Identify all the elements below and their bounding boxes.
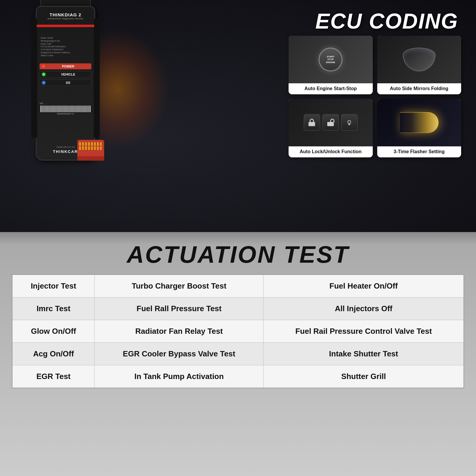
- obd-pin: [85, 146, 87, 150]
- device-left-grip: [31, 19, 37, 138]
- obd-pin: [100, 142, 102, 146]
- device-sn-label: SN:: [40, 102, 91, 105]
- obd-pin: [97, 142, 99, 146]
- feature-card-start-stop: START STOP ENGINE Auto Engine Start-Stop: [289, 36, 373, 94]
- led-power-label: POWER: [47, 65, 89, 68]
- obd-pin: [91, 146, 93, 150]
- device-barcode: [40, 106, 91, 112]
- unlock-button-visual: [322, 114, 339, 131]
- spec-fcc: FCC ID:2AUARTHINKDIAG2: [41, 45, 90, 48]
- led-io-row: I/O: [40, 79, 91, 86]
- device-right-grip: [94, 19, 100, 138]
- obd-connector: [77, 140, 104, 161]
- actuation-table: Injector TestTurbo Charger Boost TestFue…: [12, 274, 464, 388]
- feature-img-mirror: [377, 36, 461, 83]
- obd-pin: [82, 142, 84, 146]
- obd-pin: [97, 146, 99, 150]
- lock-body: [309, 122, 315, 126]
- device-red-strip: [37, 25, 94, 27]
- feature-label-mirrors: Auto Side Mirrors Folding: [377, 83, 461, 94]
- cell-col2-1: Fuel Rall Pressure Test: [95, 298, 264, 320]
- led-vehicle-dot: [42, 73, 45, 76]
- feature-grid: START STOP ENGINE Auto Engine Start-Stop…: [289, 36, 461, 157]
- cell-col3-0: Fuel Heater On/Off: [264, 275, 464, 298]
- thinkdiag-device: THINKDIAG 2 Automotive Diagnostic Device…: [36, 6, 95, 184]
- obd-pin: [94, 142, 96, 146]
- device-sn: SN: 888888888888 V8: [40, 102, 91, 115]
- device-led-section: POWER VEHICLE I/O: [40, 63, 91, 88]
- table-row: Imrc TestFuel Rall Pressure TestAll Inje…: [12, 298, 464, 320]
- device-brand-sub: Automotive Diagnostic Device: [37, 17, 94, 20]
- feature-img-lock: [289, 99, 373, 146]
- svg-point-0: [348, 120, 351, 123]
- cell-col2-2: Radiator Fan Relay Test: [95, 320, 264, 343]
- table-row: Glow On/OffRadiator Fan Relay TestFuel R…: [12, 320, 464, 343]
- spec-voltage: WorkingVoltage:9-18V: [41, 40, 90, 43]
- table-row: EGR TestIn Tank Pump ActivationShutter G…: [12, 365, 464, 388]
- feature-card-lock: Auto Lock/Unlock Function: [289, 99, 373, 157]
- led-vehicle-row: VEHICLE: [40, 71, 91, 78]
- feature-card-flasher: 3-Time Flasher Setting: [377, 99, 461, 157]
- cell-col3-2: Fuel Rail Pressure Control Valve Test: [264, 320, 464, 343]
- cell-col2-4: In Tank Pump Activation: [95, 365, 264, 388]
- mirror-visual: [403, 48, 436, 71]
- actuation-title: ACTUATION TEST: [0, 241, 476, 268]
- ecu-coding-title: ECU CODING: [315, 9, 458, 33]
- obd-pin: [82, 146, 84, 150]
- feature-label-flasher: 3-Time Flasher Setting: [377, 146, 461, 157]
- feature-label-lock: Auto Lock/Unlock Function: [289, 146, 373, 157]
- feature-img-flasher: [377, 99, 461, 146]
- spec-designed: Designed by Thinkcarin California: [41, 51, 90, 54]
- unlock-body: [327, 122, 334, 126]
- obd-pin: [88, 142, 90, 146]
- light-icon: [346, 119, 353, 126]
- obd-pins: [77, 140, 104, 151]
- bottom-section: ACTUATION TEST Injector TestTurbo Charge…: [0, 232, 476, 476]
- lock-button-visual: [304, 114, 320, 131]
- cell-col1-1: Imrc Test: [12, 298, 95, 320]
- cell-col3-3: Intake Shutter Test: [264, 343, 464, 365]
- feature-label-start-stop: Auto Engine Start-Stop: [289, 83, 373, 94]
- obd-pin: [79, 142, 81, 146]
- start-stop-button-visual: START STOP ENGINE: [319, 48, 342, 71]
- cell-col2-3: EGR Cooler Bypass Valve Test: [95, 343, 264, 365]
- obd-pin: [100, 146, 102, 150]
- obd-pin: [91, 142, 93, 146]
- obd-pin: [88, 146, 90, 150]
- led-io-label: I/O: [48, 81, 89, 84]
- obd-body: [77, 140, 104, 156]
- headlight-visual: [400, 112, 439, 133]
- led-vehicle-label: VEHICLE: [48, 73, 89, 76]
- table-row: Acg On/OffEGR Cooler Bypass Valve TestIn…: [12, 343, 464, 365]
- device-sn-number: 888888888888 V8: [40, 113, 91, 115]
- obd-pin: [79, 146, 81, 150]
- feature-img-start-stop: START STOP ENGINE: [289, 36, 373, 83]
- cell-col1-3: Acg On/Off: [12, 343, 95, 365]
- cell-col1-2: Glow On/Off: [12, 320, 95, 343]
- table-row: Injector TestTurbo Charger Boost TestFue…: [12, 275, 464, 298]
- cell-col3-1: All Injectors Off: [264, 298, 464, 320]
- device-specs: Model: TKD04 WorkingVoltage:9-18V Power:…: [41, 37, 90, 57]
- feature-card-mirrors: Auto Side Mirrors Folding: [377, 36, 461, 94]
- cell-col3-4: Shutter Grill: [264, 365, 464, 388]
- device-container: THINKDIAG 2 Automotive Diagnostic Device…: [18, 6, 143, 226]
- spec-power: Power: 52W: [41, 43, 90, 46]
- obd-pin: [85, 142, 87, 146]
- obd-base: [77, 156, 104, 161]
- top-section: ECU CODING THINKDIAG 2 Automotive Diagno…: [0, 0, 476, 232]
- cell-col1-4: EGR Test: [12, 365, 95, 388]
- unlock-icon: [327, 119, 334, 126]
- light-button-visual: [341, 114, 358, 131]
- led-io-dot: [42, 81, 45, 84]
- spec-model: Model: TKD04: [41, 37, 90, 40]
- actuation-header: ACTUATION TEST: [0, 232, 476, 274]
- led-power-row: POWER: [40, 63, 91, 69]
- led-power-dot: [42, 65, 45, 68]
- device-body: THINKDIAG 2 Automotive Diagnostic Device…: [36, 6, 95, 161]
- device-brand-name: THINKDIAG 2: [37, 12, 94, 17]
- spec-made: Made in China: [41, 54, 90, 57]
- lock-icon: [309, 119, 315, 126]
- cell-col2-0: Turbo Charger Boost Test: [95, 275, 264, 298]
- device-brand: THINKDIAG 2 Automotive Diagnostic Device: [37, 12, 94, 20]
- spec-ic: IC ID:26415-THINKDIAG2: [41, 48, 90, 51]
